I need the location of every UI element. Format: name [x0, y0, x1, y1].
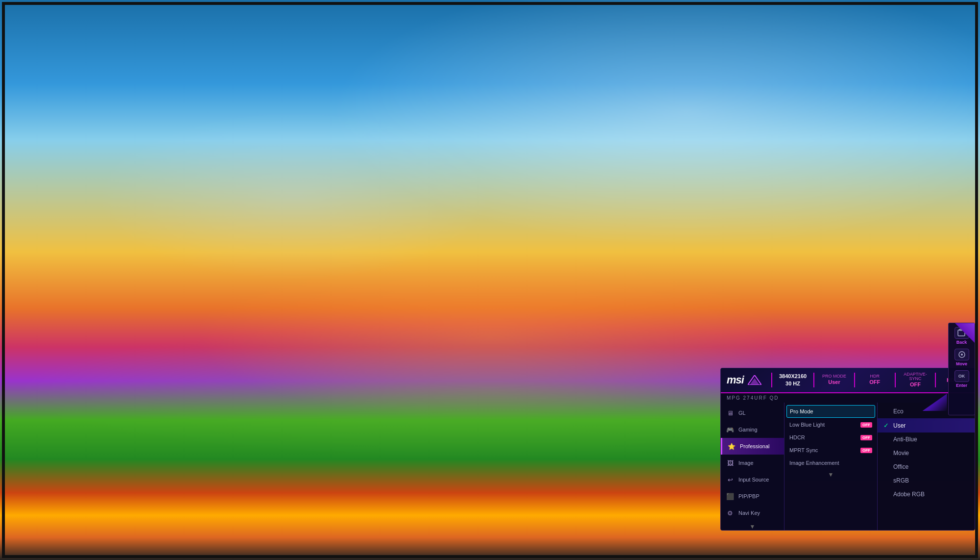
adaptive-sync-value: OFF — [903, 381, 929, 388]
nav-item-gl[interactable]: 🖥 GL — [721, 405, 784, 421]
right-label-adobe-rgb: Adobe RGB — [893, 491, 925, 498]
gaming-icon: 🎮 — [726, 425, 735, 434]
mid-item-hdcr[interactable]: HDCR OFF — [784, 431, 877, 444]
header-divider-5 — [935, 373, 936, 387]
header-divider-2 — [813, 373, 814, 387]
osd-nav: 🖥 GL 🎮 Gaming ⭐ Professional 🖼 Image ↩ I… — [721, 403, 784, 530]
header-pro-mode: Pro Mode User — [821, 374, 847, 386]
move-icon — [955, 349, 969, 360]
header-divider-4 — [895, 373, 896, 387]
pro-mode-value: User — [821, 379, 847, 386]
header-resolution: 3840X2160 30 HZ — [779, 373, 807, 388]
nav-item-gaming[interactable]: 🎮 Gaming — [721, 421, 784, 438]
nav-label-gaming: Gaming — [738, 427, 758, 433]
move-button[interactable]: Move — [955, 349, 969, 366]
msi-logo-icon — [748, 375, 761, 385]
nav-item-navi-key[interactable]: ⚙ Navi Key — [721, 505, 784, 521]
user-check: ✓ — [883, 422, 890, 429]
enter-button[interactable]: OK Enter — [955, 370, 969, 388]
right-label-office: Office — [893, 463, 908, 470]
nav-label-navi-key: Navi Key — [738, 510, 760, 516]
osd-menu: msi 3840X2160 30 HZ Pro Mode User HDR OF… — [720, 368, 975, 531]
right-item-office[interactable]: Office — [878, 460, 975, 474]
right-label-anti-blue: Anti-Blue — [893, 436, 917, 443]
svg-point-5 — [961, 354, 963, 356]
input-source-icon: ↩ — [726, 475, 735, 484]
mid-item-mprt-sync[interactable]: MPRT Sync OFF — [784, 444, 877, 457]
right-label-movie: Movie — [893, 450, 909, 457]
navi-key-icon: ⚙ — [726, 509, 735, 517]
hdr-value: OFF — [862, 379, 888, 386]
mid-label-low-blue-light: Low Blue Light — [789, 422, 825, 428]
mprt-sync-badge: OFF — [860, 448, 872, 453]
nav-label-image: Image — [738, 460, 754, 466]
hdr-label: HDR — [862, 374, 888, 379]
move-svg — [957, 350, 966, 359]
right-item-srgb[interactable]: sRGB — [878, 474, 975, 487]
mid-label-image-enhancement: Image Enhancement — [789, 460, 839, 466]
back-label: Back — [956, 340, 967, 345]
professional-icon: ⭐ — [727, 442, 736, 451]
move-label: Move — [956, 361, 967, 366]
image-icon: 🖼 — [726, 458, 735, 467]
mid-label-hdcr: HDCR — [789, 434, 805, 440]
msi-logo-area: msi — [727, 374, 764, 386]
right-item-adobe-rgb[interactable]: Adobe RGB — [878, 487, 975, 501]
mid-item-pro-mode[interactable]: Pro Mode — [786, 405, 875, 418]
model-name-text: MPG 274URF QD — [727, 395, 779, 401]
mid-item-low-blue-light[interactable]: Low Blue Light OFF — [784, 418, 877, 431]
resolution-value: 3840X2160 30 HZ — [779, 373, 807, 388]
nav-scroll-down: ▼ — [721, 521, 784, 531]
nav-label-professional: Professional — [740, 443, 770, 449]
msi-logo-text: msi — [727, 374, 744, 386]
adaptive-sync-label: Adaptive-Sync — [903, 372, 929, 381]
low-blue-light-badge: OFF — [860, 422, 872, 428]
mid-label-pro-mode: Pro Mode — [790, 408, 813, 414]
right-item-user[interactable]: ✓ User — [878, 418, 975, 433]
osd-control-sidebar: Back Move OK Enter — [948, 323, 975, 415]
right-label-eco: Eco — [893, 408, 904, 415]
mid-label-mprt-sync: MPRT Sync — [789, 447, 818, 453]
osd-content: 🖥 GL 🎮 Gaming ⭐ Professional 🖼 Image ↩ I… — [721, 403, 975, 530]
right-label-srgb: sRGB — [893, 477, 909, 484]
nav-label-gl: GL — [738, 410, 746, 416]
nav-label-pip-pbp: PIP/PBP — [738, 493, 760, 499]
enter-icon: OK — [955, 370, 969, 382]
enter-label: Enter — [956, 383, 967, 388]
gl-icon: 🖥 — [726, 408, 735, 417]
right-item-movie[interactable]: Movie — [878, 446, 975, 460]
pro-mode-label: Pro Mode — [821, 374, 847, 379]
nav-item-input-source[interactable]: ↩ Input Source — [721, 471, 784, 488]
svg-marker-1 — [750, 378, 760, 385]
header-adaptive-sync: Adaptive-Sync OFF — [903, 372, 929, 388]
osd-header: msi 3840X2160 30 HZ Pro Mode User HDR OF… — [721, 368, 975, 393]
mid-item-image-enhancement[interactable]: Image Enhancement — [784, 457, 877, 469]
nav-item-pip-pbp[interactable]: ⬛ PIP/PBP — [721, 488, 784, 505]
nav-item-image[interactable]: 🖼 Image — [721, 455, 784, 471]
header-divider-1 — [771, 373, 772, 387]
header-hdr: HDR OFF — [862, 374, 888, 386]
nav-item-professional[interactable]: ⭐ Professional — [721, 438, 784, 455]
right-item-anti-blue[interactable]: Anti-Blue — [878, 433, 975, 446]
hdcr-badge: OFF — [860, 435, 872, 440]
osd-right-panel: Eco ✓ User Anti-Blue Movie Office sRGB — [878, 403, 975, 530]
middle-scroll-down: ▼ — [784, 469, 877, 480]
header-divider-3 — [854, 373, 855, 387]
nav-label-input-source: Input Source — [738, 477, 769, 483]
right-label-user: User — [893, 422, 906, 429]
pip-pbp-icon: ⬛ — [726, 492, 735, 501]
osd-middle-panel: Pro Mode Low Blue Light OFF HDCR OFF MPR… — [784, 403, 878, 530]
